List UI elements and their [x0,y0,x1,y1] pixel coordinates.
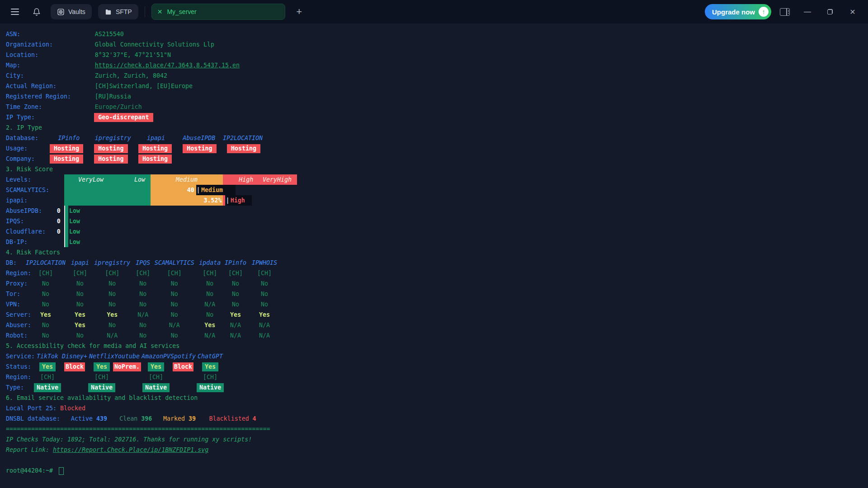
section-2-header: 2. IP Type [0,122,868,133]
report-link[interactable]: https://Report.Check.Place/ip/1BNZFDIP1.… [53,445,208,455]
notifications-button[interactable] [29,4,44,19]
ipqs-score-row: IPQS:0Low [0,216,868,226]
dim-segment: [CH] [162,268,187,278]
hdr-segment: 5. Accessibility check for media and AI … [6,341,179,351]
ib-segment: ipapi [71,258,89,268]
tab-close-icon[interactable]: ✕ [157,9,163,15]
lbl-segment: Organization: [6,39,53,50]
dim-segment: No [99,289,125,299]
tor-row: Tor:NoNoNoNoNoNoNoNo [0,289,868,299]
ib-segment: ipregistry [95,133,131,143]
lbl-segment: Server: [6,310,31,320]
hamburger-menu-button[interactable] [7,4,23,19]
company-row: Company:HostingHostingHosting [0,154,868,164]
redb-segment: 4 [253,413,256,424]
hosting-badge: Hosting [94,155,127,164]
lbl-segment: Region: [6,268,31,278]
hosting-badge: Hosting [227,144,260,153]
ig-segment: Report Link: [6,445,53,455]
maximize-restore-button[interactable] [821,4,839,19]
valb-segment: Low [69,216,80,226]
upgrade-label: Upgrade now [712,8,755,16]
dim-segment: No [162,289,187,299]
vaults-button[interactable]: Vaults [51,4,92,19]
barnum-segment: 3.52% [204,195,222,206]
panel-toggle-button[interactable] [776,4,794,19]
orangeb-segment: 39 [189,413,196,424]
lbl-segment: ASN: [6,29,20,39]
bartx-segment: Medium [176,174,198,185]
dim-segment: No [197,278,222,289]
plus-icon: + [296,6,302,18]
organization-line: Organization:Global Connectivity Solutio… [0,39,868,50]
footer-stats-row: IP Checks Today: 1892; Total: 202716. Th… [0,434,868,445]
report-link-row: Report Link: https://Report.Check.Place/… [0,445,868,455]
dim-segment: N/A [223,320,248,330]
close-button[interactable]: ✕ [844,4,862,19]
lbl-segment: Robot: [6,330,28,341]
dnsbl-row: DNSBL database:Active439Clean396Marked39… [0,413,868,424]
dim-segment: [CH] [197,268,222,278]
bartx-segment: VeryLow [78,174,104,185]
server-tab[interactable]: ✕ My_server [151,4,285,20]
dim-segment: No [99,320,125,330]
usage-row: Usage:HostingHostingHostingHostingHostin… [0,143,868,154]
server-row: Server:YesYesYesN/ANoNoYesYes [0,310,868,320]
upgrade-arrow-icon: ↑ [759,7,769,17]
lbl-segment: Company: [6,154,35,164]
toolbar-divider [145,6,145,17]
dim-segment: No [252,299,277,310]
dim-segment: No [33,320,58,330]
lime-segment: Yes [223,310,248,320]
title-bar: Vaults SFTP ✕ My_server + Upgrade now ↑ … [0,0,868,23]
scamalytics-row: SCAMALYTICS:40|Medium [0,185,868,195]
lbl-segment: ipapi: [6,195,28,206]
dim-segment: No [130,330,156,341]
dim-segment: No [252,278,277,289]
lime-segment: Yes [33,310,58,320]
lime-segment: Yes [67,310,93,320]
map-link[interactable]: https://check.place/47.3643,8.5437,15,en [95,60,240,70]
valb-segment: Low [69,237,80,247]
lbl-segment: Map: [6,60,20,70]
redb-segment: High [231,195,245,206]
bar-r-segment [223,195,225,206]
sidebar-panel-icon [780,8,790,16]
slv-segment [64,237,68,247]
dim-segment: No [162,299,187,310]
vaults-label: Vaults [68,8,85,15]
upgrade-now-button[interactable]: Upgrade now ↑ [705,4,771,19]
lbl-segment: DB: [6,258,17,268]
abuser-row: Abuser:NoYesNoNoN/AYesN/AN/A [0,320,868,330]
section-5-header: 5. Accessibility check for media and AI … [0,341,868,351]
lbl-segment: Abuser: [6,320,31,330]
val-segment: Zurich, Zurich, 8042 [95,70,167,81]
lbl-segment: Levels: [6,174,31,185]
dim-segment: [CH] [67,268,93,278]
slv-segment [64,216,68,226]
hosting-badge: Hosting [50,155,83,164]
val-segment: Global Connectivity Solutions Llp [95,39,214,50]
dim-segment: No [99,299,125,310]
new-tab-button[interactable]: + [292,4,307,19]
lbl-segment: Proxy: [6,278,28,289]
restore-icon [827,9,833,14]
ib-segment: AbuseIPDB [183,133,215,143]
minimize-button[interactable]: — [798,4,816,19]
bartx-segment: Low [134,174,145,185]
dim-segment: No [162,278,187,289]
lbl-segment: Cloudflare: [6,226,46,237]
ib-segment: ChatGPT [194,351,226,361]
lbl-segment: Usage: [6,143,28,154]
robot-row: Robot:NoNoN/ANoNoN/AN/AN/A [0,330,868,341]
slv-segment [64,226,68,237]
native-badge: Native [88,383,115,392]
terminal-output[interactable]: ASN:AS215540Organization:Global Connecti… [0,23,868,488]
sftp-button[interactable]: SFTP [98,4,138,19]
prompt-row: root@44204:~# [0,465,868,476]
lime-segment: Yes [67,320,93,330]
dim-segment: No [252,289,277,299]
status-badge: Yes [39,362,55,371]
hamburger-icon [11,9,19,15]
orangetx-segment: Marked [163,413,185,424]
